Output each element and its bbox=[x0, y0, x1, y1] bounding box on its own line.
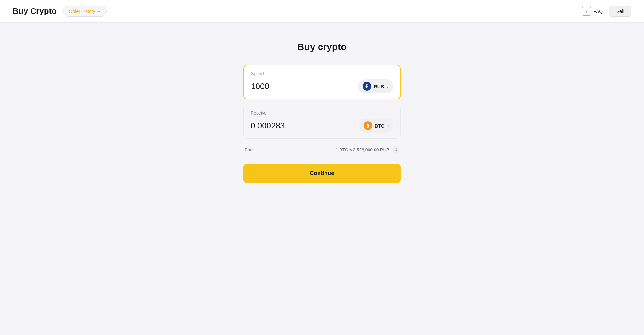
header-right: ? FAQ Sell bbox=[582, 6, 631, 17]
price-value-container: 1 BTC ≈ 3,528,000.00 RUB ⇅ bbox=[336, 146, 399, 154]
receive-card: Receive 0.000283 ₿ BTC › bbox=[243, 105, 401, 139]
spend-currency-name: RUB bbox=[374, 84, 384, 89]
receive-currency-selector[interactable]: ₿ BTC › bbox=[359, 119, 394, 133]
faq-button[interactable]: ? FAQ bbox=[582, 7, 603, 16]
receive-label: Receive bbox=[251, 111, 393, 116]
spend-row: 1000 ₽ RUB › bbox=[251, 79, 393, 93]
spend-card: Spend 1000 ₽ RUB › bbox=[243, 65, 401, 99]
swap-icon[interactable]: ⇅ bbox=[392, 146, 399, 154]
rub-icon: ₽ bbox=[363, 82, 371, 91]
spend-currency-chevron: › bbox=[387, 84, 389, 89]
sell-button[interactable]: Sell bbox=[609, 6, 631, 17]
receive-currency-chevron: › bbox=[387, 123, 389, 128]
header: Buy Crypto Order History → ? FAQ Sell bbox=[0, 0, 644, 23]
price-value: 1 BTC ≈ 3,528,000.00 RUB bbox=[336, 147, 389, 152]
form-container: Spend 1000 ₽ RUB › Receive 0.000283 ₿ BT… bbox=[243, 65, 401, 183]
faq-label: FAQ bbox=[593, 9, 603, 14]
page-heading: Buy Crypto bbox=[13, 6, 57, 16]
btc-icon: ₿ bbox=[364, 121, 372, 130]
header-left: Buy Crypto Order History → bbox=[13, 6, 107, 17]
spend-currency-selector[interactable]: ₽ RUB › bbox=[358, 79, 393, 93]
main-content: Buy crypto Spend 1000 ₽ RUB › Receive 0.… bbox=[0, 23, 644, 196]
receive-currency-name: BTC bbox=[375, 123, 385, 128]
receive-amount: 0.000283 bbox=[251, 121, 285, 131]
main-title: Buy crypto bbox=[297, 42, 347, 52]
price-row: Price 1 BTC ≈ 3,528,000.00 RUB ⇅ bbox=[243, 144, 401, 156]
price-label: Price bbox=[245, 147, 255, 152]
faq-icon: ? bbox=[582, 7, 591, 16]
continue-button[interactable]: Continue bbox=[243, 164, 401, 183]
order-history-button[interactable]: Order History → bbox=[63, 6, 107, 17]
receive-row: 0.000283 ₿ BTC › bbox=[251, 119, 393, 133]
spend-amount[interactable]: 1000 bbox=[251, 82, 269, 91]
spend-label: Spend bbox=[251, 71, 393, 76]
